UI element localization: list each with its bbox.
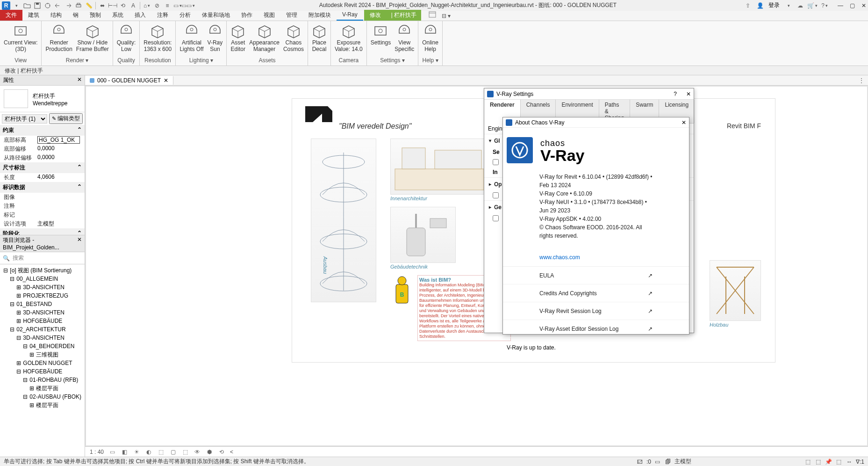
undo-icon[interactable] [54,2,62,9]
thin-lines-icon[interactable]: ⊘ [153,2,161,9]
qat-dropdown[interactable] [12,2,20,9]
tree-node[interactable]: ⊟ 3D-ANSICHTEN [1,334,84,342]
home-icon[interactable]: ⌂ [143,2,151,9]
share-icon[interactable]: ⇪ [744,2,752,9]
ribbon-tab-附加模块[interactable]: 附加模块 [303,10,337,21]
vc-detail-icon[interactable]: ▭ [108,448,116,456]
help-icon[interactable]: ? [821,2,828,9]
properties-close-icon[interactable]: ✕ [77,76,82,84]
tree-node[interactable]: ⊞ 三维视图 [1,350,84,359]
tree-node[interactable]: ⊟ 01-ROHBAU (RFB) [1,376,84,384]
ribbon-render[interactable]: RenderProduction [45,22,72,52]
addin-tab[interactable]: 修改 [364,10,387,21]
ribbon-tab-钢[interactable]: 钢 [67,10,84,21]
ribbon-tab-V-Ray[interactable]: V-Ray [337,10,363,21]
search-input[interactable]: 搜索 [13,254,24,262]
print-icon[interactable] [75,2,82,9]
about-link-v-ray-revit-session-log[interactable]: V-Ray Revit Session Log↗ [503,302,689,320]
ribbon-v-ray[interactable]: V-RaySun [208,22,223,52]
ribbon-show-/-hide[interactable]: Show / HideFrame Buffer [76,22,109,52]
user-icon[interactable]: 👤 [756,2,764,9]
scale-label[interactable]: 1 : 40 [90,449,104,455]
sb-pin-icon[interactable]: 📌 [825,458,832,466]
vray-help-icon[interactable]: ? [674,91,677,97]
maximize-icon[interactable]: ▢ [850,2,855,9]
instance-selector[interactable]: 栏杆扶手 (1) [2,114,47,124]
align-icon[interactable]: ⬌ [99,2,106,9]
sync-icon[interactable] [44,2,51,9]
tree-node[interactable]: ⊞ 3D-ANSICHTEN [1,308,84,317]
ribbon-tab-系统[interactable]: 系统 [107,10,129,21]
ribbon-tab-视图[interactable]: 视图 [258,10,280,21]
vray-close-icon[interactable]: ✕ [686,91,691,97]
about-close-icon[interactable]: ✕ [681,119,686,126]
prop-val[interactable]: 0,0000 [36,145,85,153]
about-link-credits-and-copyrights[interactable]: Credits And Copyrights↗ [503,284,689,302]
vc-shadow-icon[interactable]: ◐ [145,448,152,456]
vc-crop-icon[interactable]: ▢ [169,448,177,456]
ribbon-tab-结构[interactable]: 结构 [45,10,67,21]
base-level-input[interactable] [37,136,80,144]
browser-close-icon[interactable]: ✕ [77,236,82,251]
type-thumbnail[interactable] [4,89,28,108]
collapse-icon[interactable]: ⌃ [77,183,82,191]
browser-tree[interactable]: ⊟ [o] 视图 (BIM Sortierung)⊟ 00_ALLGEMEIN⊞… [0,264,85,411]
sb-drag-icon[interactable]: ↔ [846,458,853,466]
switch-win-icon[interactable]: ▭ [174,2,181,9]
prop-val[interactable] [36,211,85,219]
redo-icon[interactable] [65,2,72,9]
vc-sun-icon[interactable]: ☀ [133,448,140,456]
tree-node[interactable]: ⊞ HOFGEBÄUDE [1,317,84,325]
ribbon-tab-分析[interactable]: 分析 [174,10,196,21]
ribbon-tab-注释[interactable]: 注释 [151,10,174,21]
tree-node[interactable]: ⊟ 01_BESTAND [1,300,84,308]
addin-context[interactable]: | 栏杆扶手 [387,10,421,21]
view-tab[interactable]: 000 - GOLDEN NUGGET ✕ [85,76,173,85]
measure-icon[interactable]: 📏 [85,2,93,9]
prop-val[interactable] [36,193,85,201]
window-icon[interactable]: ▭▭ [184,2,192,9]
ribbon-tab-建筑[interactable]: 建筑 [22,10,45,21]
tree-node[interactable]: ⊞ 3D-ANSICHTEN [1,283,84,291]
sb-face-icon[interactable]: ⬚ [835,458,843,466]
vc-more-icon[interactable]: ⟲ [218,448,225,456]
vc-hide-icon[interactable]: 👁 [194,448,201,456]
about-link-eula[interactable]: EULA↗ [503,267,689,284]
vc-crop2-icon[interactable]: ⬚ [181,448,189,456]
collapse-icon[interactable]: ⌃ [77,164,82,172]
save-icon[interactable] [34,2,41,9]
close-views-icon[interactable]: ≡ [164,2,171,9]
tree-node[interactable]: ⊟ [o] 视图 (BIM Sortierung) [1,266,84,275]
ribbon-tab-预制[interactable]: 预制 [84,10,107,21]
tree-node[interactable]: ⊞ GOLDEN NUGGET [1,359,84,367]
text-icon[interactable]: A [129,2,137,9]
ribbon-tab-管理[interactable]: 管理 [280,10,303,21]
sb-icon[interactable]: 🗠 [636,458,644,466]
ribbon-asset[interactable]: AssetEditor [230,22,245,52]
dim-icon[interactable]: ⊢⊣ [109,2,116,9]
view-tab-overflow-icon[interactable]: ⋮ [858,77,865,84]
ribbon-tab-协作[interactable]: 协作 [236,10,258,21]
ribbon-place[interactable]: PlaceDecal [312,22,327,52]
vc-render-icon[interactable]: ⬚ [157,448,165,456]
sb-icon[interactable]: ▭ [654,458,661,466]
minimize-icon[interactable]: — [838,2,843,9]
edit-type-button[interactable]: ✎ 编辑类型 [49,113,83,124]
cloud-icon[interactable]: ☁ [796,2,804,9]
close-icon[interactable]: ✕ [861,2,866,9]
ribbon-current-view-[interactable]: Current View:(3D) [4,22,37,52]
open-icon[interactable] [23,2,31,9]
login-dropdown[interactable] [784,2,792,9]
collapse-icon[interactable]: ⌃ [77,230,82,235]
tree-node[interactable]: ⊞ PROJEKTBEZUG [1,291,84,300]
ribbon-collapse-icon[interactable]: ⊟ ▾ [438,11,454,21]
ribbon-settings[interactable]: Settings [371,22,391,52]
file-tab[interactable]: 文件 [0,10,22,21]
ribbon-online[interactable]: OnlineHelp [422,22,438,52]
tree-node[interactable]: ⊟ 04_BEHOERDEN [1,342,84,350]
ribbon-exposure[interactable]: ExposureValue: 14.0 [335,22,363,52]
ribbon-view[interactable]: ViewSpecific [395,22,414,52]
sb-filter-label[interactable]: ∇:1 [856,459,864,465]
tree-node[interactable]: ⊟ 02_ARCHITEKTUR [1,325,84,334]
tag-icon[interactable]: ⟲ [119,2,127,9]
